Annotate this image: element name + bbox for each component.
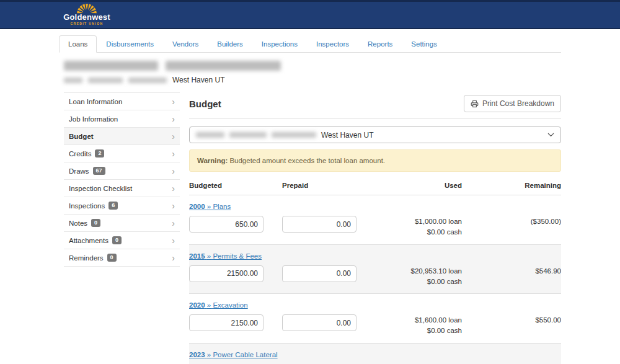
chevron-right-icon: ›	[172, 185, 175, 192]
redacted-text	[88, 78, 123, 83]
redacted-text	[64, 61, 158, 71]
chevron-right-icon: ›	[172, 255, 175, 261]
remaining-amount: ($350.00)	[462, 216, 561, 225]
budget-row: 2023 » Power Cable Lateral $720.00 loan …	[189, 344, 561, 364]
tab-builders[interactable]: Builders	[208, 35, 252, 53]
tab-loans[interactable]: Loans	[59, 35, 97, 53]
redacted-loan-title	[64, 61, 561, 71]
redacted-text	[166, 61, 281, 71]
budget-row: 2000 » Plans $1,000.00 loan $0.00 cash (…	[189, 195, 561, 245]
column-header-used: Used	[375, 182, 462, 189]
tab-reports[interactable]: Reports	[358, 35, 402, 53]
column-header-budgeted: Budgeted	[189, 182, 282, 189]
chevron-right-icon: ›	[172, 168, 175, 174]
budget-rows: 2000 » Plans $1,000.00 loan $0.00 cash (…	[189, 195, 561, 364]
count-badge: 0	[91, 219, 100, 227]
count-badge: 67	[93, 167, 105, 175]
chevron-right-icon: ›	[172, 133, 175, 140]
redacted-text	[229, 132, 267, 138]
chevron-right-icon: ›	[172, 99, 175, 105]
top-navbar: Goldenwest CREDIT UNION	[0, 0, 620, 29]
count-badge: 6	[108, 202, 118, 210]
tab-bar: LoansDisbursementsVendorsBuildersInspect…	[59, 35, 561, 53]
budget-table: Budgeted Prepaid Used Remaining 2000 » P…	[189, 182, 561, 364]
chevron-right-icon: ›	[172, 116, 175, 122]
loan-location: West Haven UT	[172, 76, 224, 84]
printer-icon	[471, 100, 479, 108]
loan-subtitle: West Haven UT	[64, 76, 561, 84]
sidebar-item-credits[interactable]: Credits 2 ›	[64, 145, 180, 162]
tab-inspections[interactable]: Inspections	[252, 35, 307, 53]
sidebar-item-attachments[interactable]: Attachments 0 ›	[64, 232, 180, 249]
sidebar-item-notes[interactable]: Notes 0 ›	[64, 215, 180, 232]
sidebar-item-inspection-checklist[interactable]: Inspection Checklist ›	[64, 180, 180, 197]
budget-line-link[interactable]: 2020 » Excavation	[189, 301, 248, 309]
sidebar-item-inspections[interactable]: Inspections 6 ›	[64, 197, 180, 215]
count-badge: 2	[95, 149, 104, 158]
tab-vendors[interactable]: Vendors	[163, 35, 208, 53]
budget-line-link[interactable]: 2000 » Plans	[189, 203, 231, 210]
sidebar-item-loan-information[interactable]: Loan Information ›	[64, 93, 180, 110]
chevron-down-icon	[547, 133, 554, 137]
brand-name: Goldenwest	[61, 13, 113, 21]
budget-table-header: Budgeted Prepaid Used Remaining	[189, 182, 561, 195]
prepaid-input[interactable]	[282, 265, 356, 282]
budget-row: 2020 » Excavation $1,600.00 loan $0.00 c…	[189, 294, 561, 344]
remaining-amount: $550.00	[462, 314, 561, 324]
chevron-right-icon: ›	[172, 237, 175, 244]
brand-tagline: CREDIT UNION	[61, 22, 113, 25]
redacted-text	[128, 78, 167, 83]
redacted-text	[196, 132, 224, 138]
used-amounts: $1,600.00 loan $0.00 cash	[375, 314, 462, 337]
prepaid-input[interactable]	[282, 216, 356, 233]
prepaid-input[interactable]	[282, 314, 356, 331]
warning-label: Warning:	[197, 157, 228, 164]
sidebar-item-job-information[interactable]: Job Information ›	[64, 110, 180, 128]
used-amounts: $20,953.10 loan $0.00 cash	[375, 265, 462, 288]
sidebar-list: Loan Information › Job Information › Bud…	[64, 92, 180, 267]
budgeted-input[interactable]	[189, 265, 264, 282]
selected-loan-location: West Haven UT	[321, 131, 373, 140]
print-button-label: Print Cost Breakdown	[482, 99, 554, 108]
budgeted-input[interactable]	[189, 216, 264, 233]
redacted-text	[272, 132, 316, 138]
count-badge: 0	[112, 236, 122, 244]
column-header-remaining: Remaining	[462, 182, 561, 189]
chevron-right-icon: ›	[172, 220, 175, 226]
tab-disbursements[interactable]: Disbursements	[97, 35, 163, 53]
sidebar-item-draws[interactable]: Draws 67 ›	[64, 162, 180, 180]
loan-header: West Haven UT	[59, 61, 561, 84]
brand-logo: Goldenwest CREDIT UNION	[61, 3, 113, 25]
count-badge: 0	[107, 254, 117, 262]
budget-panel: Budget Print Cost Breakdown W	[189, 92, 561, 364]
chevron-right-icon: ›	[172, 203, 175, 209]
budget-line-link[interactable]: 2023 » Power Cable Lateral	[189, 351, 278, 358]
redacted-text	[64, 78, 82, 83]
budget-row: 2015 » Permits & Fees $20,953.10 loan $0…	[189, 245, 561, 295]
loan-sidebar: Loan Information › Job Information › Bud…	[64, 92, 180, 364]
page-title: Budget	[189, 99, 221, 109]
sidebar-item-budget[interactable]: Budget ›	[64, 128, 180, 145]
used-amounts: $1,000.00 loan $0.00 cash	[375, 216, 462, 238]
sidebar-item-reminders[interactable]: Reminders 0 ›	[64, 249, 180, 267]
budgeted-input[interactable]	[189, 314, 264, 331]
tab-inspectors[interactable]: Inspectors	[307, 35, 358, 53]
budget-warning-alert: Warning:Budgeted amount exceeds the tota…	[189, 149, 561, 172]
budget-line-link[interactable]: 2015 » Permits & Fees	[189, 252, 262, 260]
tab-settings[interactable]: Settings	[402, 35, 446, 53]
remaining-amount: $546.90	[462, 265, 561, 275]
chevron-right-icon: ›	[172, 151, 175, 157]
print-cost-breakdown-button[interactable]: Print Cost Breakdown	[464, 95, 561, 112]
loan-selector-dropdown[interactable]: West Haven UT	[189, 127, 561, 143]
column-header-prepaid: Prepaid	[282, 182, 375, 189]
warning-text: Budgeted amount exceeds the total loan a…	[229, 157, 385, 164]
